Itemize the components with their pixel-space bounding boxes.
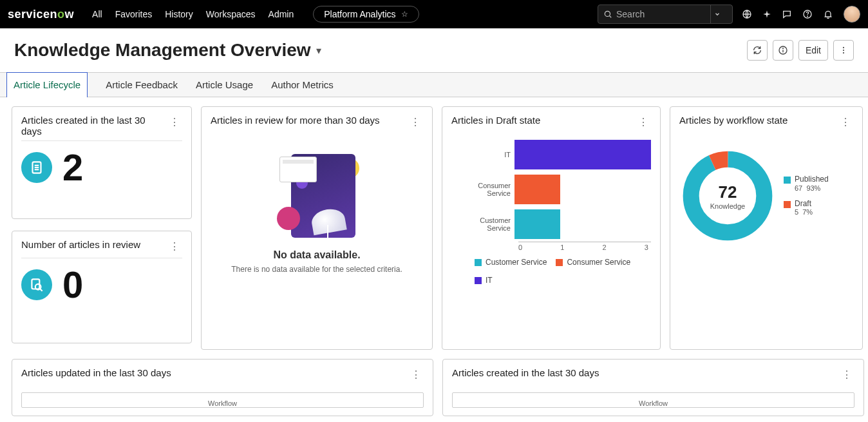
svg-line-1 xyxy=(609,15,611,17)
card-created-30b: Articles created in the last 30 days ⋮ W… xyxy=(442,359,864,416)
legend-item[interactable]: Published 67 93% xyxy=(784,175,829,193)
x-axis: 0 1 2 3 xyxy=(518,242,651,251)
sparkle-icon[interactable] xyxy=(762,10,771,19)
bar-label: IT xyxy=(457,151,514,158)
tab-article-feedback[interactable]: Article Feedback xyxy=(106,73,178,97)
global-search[interactable]: Search xyxy=(598,5,733,24)
card-menu[interactable]: ⋮ xyxy=(839,367,854,382)
svg-marker-3 xyxy=(763,10,771,18)
donut-label: Knowledge xyxy=(710,202,745,210)
svg-point-5 xyxy=(807,16,808,17)
donut-legend: Published 67 93% Draft 5 7% xyxy=(784,175,829,216)
legend-item[interactable]: IT xyxy=(475,276,493,285)
donut-chart[interactable]: 72 Knowledge xyxy=(679,148,776,244)
help-icon[interactable] xyxy=(802,9,813,19)
globe-icon[interactable] xyxy=(742,9,752,19)
card-created-30: Articles created in the last 30 days ⋮ 2 xyxy=(12,106,192,219)
svg-point-11 xyxy=(843,52,844,53)
bell-icon[interactable] xyxy=(823,9,833,19)
legend-item[interactable]: Customer Service xyxy=(475,258,547,267)
info-icon xyxy=(778,45,788,55)
scope-chip[interactable]: Platform Analytics ☆ xyxy=(313,6,419,23)
donut-total: 72 xyxy=(719,182,737,202)
chevron-down-icon xyxy=(714,11,721,17)
svg-point-0 xyxy=(605,11,610,16)
chat-icon[interactable] xyxy=(782,9,792,19)
search-dropdown[interactable] xyxy=(710,5,727,24)
card-updated-30: Articles updated in the last 30 days ⋮ W… xyxy=(12,359,433,416)
card-review-count: Number of articles in review ⋮ 0 xyxy=(12,231,192,343)
card-title: Articles in review for more than 30 days xyxy=(211,115,380,126)
nodata-title: No data available. xyxy=(211,249,423,261)
search-icon xyxy=(603,10,612,19)
vertical-dots-icon xyxy=(839,46,848,55)
refresh-icon xyxy=(752,45,762,55)
card-draft-state: Articles in Draft state ⋮ IT Consumer Se… xyxy=(442,106,661,350)
svg-point-10 xyxy=(843,50,844,51)
metric-value: 2 xyxy=(62,149,83,186)
card-menu[interactable]: ⋮ xyxy=(838,115,853,129)
bar-consumer-service[interactable] xyxy=(514,175,560,204)
svg-point-9 xyxy=(843,47,844,48)
refresh-button[interactable] xyxy=(747,40,768,61)
nav-workspaces[interactable]: Workspaces xyxy=(206,9,256,19)
bar-label: Consumer Service xyxy=(457,182,514,197)
svg-line-18 xyxy=(40,289,42,291)
card-by-workflow: Articles by workflow state ⋮ 72 Knowledg… xyxy=(670,106,863,350)
card-menu[interactable]: ⋮ xyxy=(408,115,423,129)
scope-chip-label: Platform Analytics xyxy=(324,9,395,19)
title-dropdown-icon[interactable]: ▾ xyxy=(316,44,321,57)
edit-button[interactable]: Edit xyxy=(798,40,828,61)
legend-item[interactable]: Draft 5 7% xyxy=(784,199,829,217)
page-title: Knowledge Management Overview xyxy=(14,40,311,61)
bar-chart: IT Consumer Service Customer Service 0 1… xyxy=(451,133,651,251)
overflow-button[interactable] xyxy=(833,40,854,61)
workflow-column-header: Workflow xyxy=(452,392,854,408)
logo[interactable]: servicenow xyxy=(8,8,74,21)
tab-article-usage[interactable]: Article Usage xyxy=(196,73,253,97)
bar-it[interactable] xyxy=(514,140,651,169)
tab-author-metrics[interactable]: Author Metrics xyxy=(271,73,334,97)
card-title: Articles created in the last 30 days xyxy=(21,115,167,137)
nav-all[interactable]: All xyxy=(92,9,102,19)
card-title: Articles created in the last 30 days xyxy=(452,367,599,378)
workflow-column-header: Workflow xyxy=(21,392,424,408)
card-title: Articles updated in the last 30 days xyxy=(21,367,171,378)
legend-item[interactable]: Consumer Service xyxy=(556,258,630,267)
nav-history[interactable]: History xyxy=(165,9,193,19)
nav-admin[interactable]: Admin xyxy=(269,9,294,19)
bar-label: Customer Service xyxy=(457,216,514,232)
card-menu[interactable]: ⋮ xyxy=(408,367,424,382)
nodata-illustration xyxy=(265,141,368,244)
search-placeholder: Search xyxy=(616,9,645,19)
card-menu[interactable]: ⋮ xyxy=(167,239,182,254)
card-review-30: Articles in review for more than 30 days… xyxy=(201,106,433,350)
info-button[interactable] xyxy=(773,40,793,61)
card-title: Articles in Draft state xyxy=(451,115,540,126)
star-icon[interactable]: ☆ xyxy=(401,10,408,19)
nodata-subtitle: There is no data available for the selec… xyxy=(211,265,423,274)
page-header: Knowledge Management Overview ▾ Edit xyxy=(0,28,868,72)
review-icon xyxy=(21,269,52,300)
document-icon xyxy=(21,152,52,183)
card-menu[interactable]: ⋮ xyxy=(167,115,182,129)
bar-customer-service[interactable] xyxy=(514,209,560,239)
card-title: Articles by workflow state xyxy=(679,115,788,126)
svg-point-8 xyxy=(782,48,783,49)
avatar[interactable] xyxy=(844,6,860,23)
card-menu[interactable]: ⋮ xyxy=(636,115,651,129)
tab-article-lifecycle[interactable]: Article Lifecycle xyxy=(6,72,88,97)
tabs: Article Lifecycle Article Feedback Artic… xyxy=(0,72,868,97)
legend: Customer Service Consumer Service IT xyxy=(451,258,651,285)
topbar: servicenow All Favorites History Workspa… xyxy=(0,0,868,28)
metric-value: 0 xyxy=(62,266,83,303)
card-title: Number of articles in review xyxy=(21,239,140,250)
nav-favorites[interactable]: Favorites xyxy=(115,9,153,19)
primary-nav: All Favorites History Workspaces Admin xyxy=(92,9,294,19)
